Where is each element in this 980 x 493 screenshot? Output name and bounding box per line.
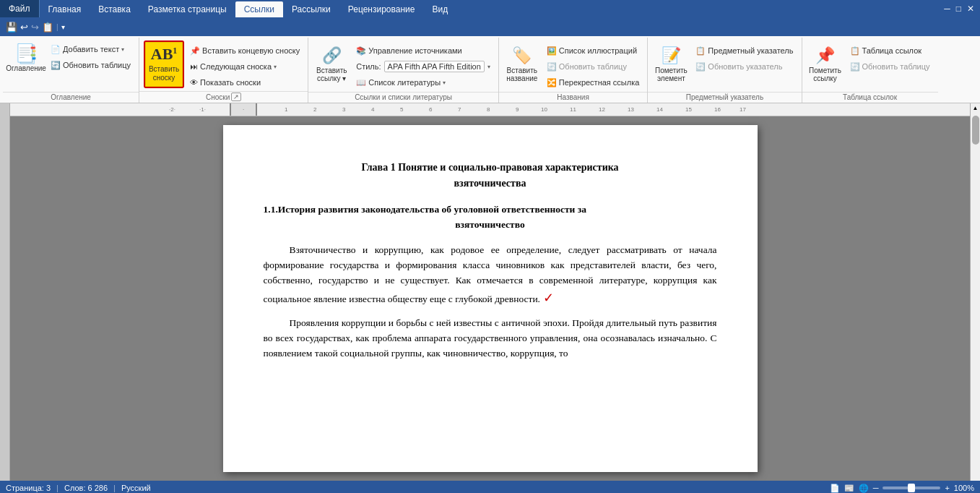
paragraph-1: Взяточничество и коррупцию, как родовое … xyxy=(264,243,717,309)
style-value[interactable]: APA Fifth APA Fifth Edition xyxy=(384,61,485,72)
document-page: Глава 1 Понятие и социально-правовая хар… xyxy=(223,125,758,472)
view-print-button[interactable]: 📄 xyxy=(830,484,840,493)
paragraph-2: Проявления коррупции и борьбы с ней изве… xyxy=(264,316,717,361)
tab-razmetka[interactable]: Разметка страницы xyxy=(139,1,235,17)
snoski-dialog-launcher[interactable]: ↗ xyxy=(231,93,241,101)
redo-button[interactable]: ↪ xyxy=(31,22,39,33)
tab-ssylki[interactable]: Ссылки xyxy=(235,1,283,17)
show-footnotes-button[interactable]: 👁 Показать сноски xyxy=(186,75,303,90)
close-icon[interactable]: ✕ xyxy=(967,4,974,14)
ribbon-group-snoski: AB1 Вставитьсноску 📌 Вставить концевую с… xyxy=(139,38,308,103)
insert-citation-button[interactable]: 🔗 Вставитьссылку ▾ xyxy=(313,40,350,88)
mark-entry-button[interactable]: 📝 Пометитьэлемент xyxy=(652,40,690,88)
update-index-button[interactable]: 🔄 Обновить указатель xyxy=(692,59,797,74)
language-indicator: Русский xyxy=(121,484,151,492)
ribbon-panel: 📑 Оглавление 📄 Добавить текст ▾ 🔄 Обнови… xyxy=(0,36,980,103)
ribbon-group-predmetniy: 📝 Пометитьэлемент 📋 Предметный указатель… xyxy=(648,38,802,103)
snoski-group-label: Сноски ↗ xyxy=(139,91,308,101)
section-heading-line2: взяточничество xyxy=(264,218,717,233)
predmetniy-group-label: Предметный указатель xyxy=(648,92,801,101)
ssylki-group-label: Ссылки и списки литературы xyxy=(308,92,498,101)
scroll-thumb[interactable] xyxy=(972,116,979,145)
horizontal-ruler: ·2· ·1· · 1 2 3 4 5 6 7 8 9 10 11 12 13 … xyxy=(10,103,970,116)
quick-access-toolbar: 💾 ↩ ↪ 📋 | ▾ xyxy=(0,17,980,36)
document-scroll-area[interactable]: Глава 1 Понятие и социально-правовая хар… xyxy=(10,116,970,481)
tab-glavnaya[interactable]: Главная xyxy=(40,1,90,17)
tablica-ssylok-group-label: Таблица ссылок xyxy=(802,92,938,101)
ribbon-group-tablica-ssylok: 📌 Пометитьссылку 📋 Таблица ссылок 🔄 Обно… xyxy=(802,38,938,103)
zoom-out-button[interactable]: ─ xyxy=(873,484,879,492)
tab-rassylki[interactable]: Рассылки xyxy=(283,1,339,17)
chapter-title-line1: Глава 1 Понятие и социально-правовая хар… xyxy=(264,160,717,176)
restore-icon[interactable]: □ xyxy=(956,4,961,14)
next-footnote-button[interactable]: ⏭ Следующая сноска ▾ xyxy=(186,59,303,74)
nazvaniya-group-label: Названия xyxy=(499,92,648,101)
status-bar: Страница: 3 | Слов: 6 286 | Русский 📄 📰 … xyxy=(0,481,980,493)
tab-vstavka[interactable]: Вставка xyxy=(90,1,139,17)
minimize-icon[interactable]: ─ xyxy=(944,4,950,14)
ribbon-group-ssylki: 🔗 Вставитьссылку ▾ 📚 Управление источник… xyxy=(308,38,499,103)
menu-bar: Файл Главная Вставка Разметка страницы С… xyxy=(0,0,980,17)
checkmark: ✓ xyxy=(543,291,554,305)
tab-recenzirovanie[interactable]: Рецензирование xyxy=(339,1,424,17)
chapter-title-line2: взяточничества xyxy=(264,176,717,192)
tab-vid[interactable]: Вид xyxy=(423,1,456,17)
cross-reference-button[interactable]: 🔀 Перекрестная ссылка xyxy=(543,75,643,90)
page-indicator: Страница: 3 xyxy=(6,484,51,492)
zoom-slider[interactable] xyxy=(883,486,940,489)
section-heading-line1: 1.1.История развития законодательства об… xyxy=(264,202,717,218)
vertical-scrollbar[interactable]: ▲ xyxy=(970,103,980,481)
file-tab[interactable]: Файл xyxy=(0,0,40,17)
oglavlenie-large-button[interactable]: 📑 Оглавление xyxy=(7,42,45,87)
print-preview-button[interactable]: 📋 xyxy=(42,22,53,33)
save-button[interactable]: 💾 xyxy=(6,22,17,33)
left-margin-indicator xyxy=(0,103,10,481)
ribbon-group-oglavlenie: 📑 Оглавление 📄 Добавить текст ▾ 🔄 Обнови… xyxy=(3,38,139,103)
zoom-level: 100% xyxy=(954,484,974,492)
update-table-button-1[interactable]: 🔄 Обновить таблицу xyxy=(47,58,134,72)
oglavlenie-label: Оглавление xyxy=(6,64,46,73)
manage-sources-button[interactable]: 📚 Управление источниками xyxy=(352,43,494,58)
illustrations-list-button[interactable]: 🖼️ Список иллюстраций xyxy=(543,43,643,58)
add-text-button[interactable]: 📄 Добавить текст ▾ xyxy=(47,42,134,56)
insert-caption-button[interactable]: 🏷️ Вставитьназвание xyxy=(503,40,541,88)
zoom-in-button[interactable]: + xyxy=(945,484,949,492)
view-fullscreen-button[interactable]: 📰 xyxy=(844,484,854,493)
index-button[interactable]: 📋 Предметный указатель xyxy=(692,43,797,58)
scroll-up-arrow[interactable]: ▲ xyxy=(971,103,980,113)
update-caption-table-button[interactable]: 🔄 Обновить таблицу xyxy=(543,59,643,74)
undo-button[interactable]: ↩ xyxy=(20,22,28,33)
oglavlenie-group-label: Оглавление xyxy=(3,92,139,101)
quick-access-dropdown[interactable]: ▾ xyxy=(61,23,65,31)
citations-table-button[interactable]: 📋 Таблица ссылок xyxy=(846,43,934,58)
view-web-button[interactable]: 🌐 xyxy=(859,484,869,493)
bibliography-button[interactable]: 📖 Список литературы ▾ xyxy=(352,75,494,90)
style-dropdown[interactable]: Стиль: APA Fifth APA Fifth Edition ▾ xyxy=(352,59,494,74)
update-citations-table-button[interactable]: 🔄 Обновить таблицу xyxy=(846,59,934,74)
word-count: Слов: 6 286 xyxy=(64,484,108,492)
insert-footnote-button[interactable]: AB1 Вставитьсноску xyxy=(144,40,184,88)
ribbon-tabs-container: Главная Вставка Разметка страницы Ссылки… xyxy=(40,0,939,17)
mark-citation-button[interactable]: 📌 Пометитьссылку xyxy=(807,40,844,88)
ribbon-group-nazvaniya: 🏷️ Вставитьназвание 🖼️ Список иллюстраци… xyxy=(499,38,649,103)
insert-endnote-button[interactable]: 📌 Вставить концевую сноску xyxy=(186,43,303,58)
